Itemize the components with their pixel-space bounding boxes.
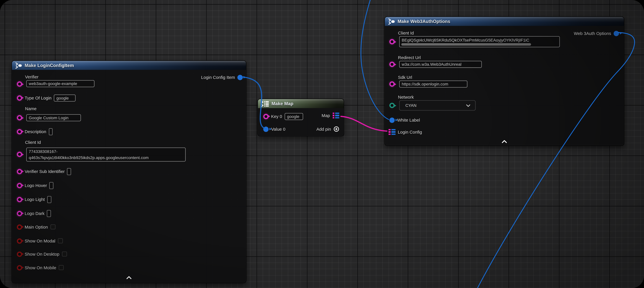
redirect-url-input[interactable]: w3a://com.w3a.Web3AuthUnreal (399, 61, 482, 68)
wire-map-to-login-config[interactable] (340, 116, 387, 131)
client-id-line2: q463s7kpvja16l4l0kko3nb925ikds2p.apps.go… (29, 155, 183, 161)
logo-hover-input[interactable] (50, 182, 54, 189)
pin-name[interactable] (17, 115, 22, 120)
show-on-modal-label: Show On Modal (25, 238, 56, 243)
show-on-mobile-row: Show On Mobile (17, 264, 64, 271)
pin-client-id[interactable] (390, 39, 395, 45)
redirect-url-label: Redirect Url (398, 55, 421, 60)
make-struct-icon (388, 18, 395, 25)
map-output-label: Map (322, 113, 330, 118)
output-row-web3auth-options: Web 3Auth Options (574, 30, 619, 37)
graph-canvas[interactable]: Make LoginConfigItem Verifier web3auth-g… (0, 0, 644, 288)
web3auth-options-output-label: Web 3Auth Options (574, 31, 611, 36)
pin-verifier-sub-identifier[interactable] (17, 169, 22, 174)
show-on-desktop-checkbox[interactable] (62, 251, 67, 256)
pin-logo-light[interactable] (17, 197, 22, 202)
show-on-modal-row: Show On Modal (17, 237, 63, 245)
pin-type-of-login[interactable] (17, 95, 22, 101)
add-pin-icon[interactable] (334, 126, 339, 132)
pin-key-0[interactable] (263, 114, 269, 119)
map-output-row: Map (322, 112, 339, 119)
login-config-row: Login Config (388, 128, 422, 136)
node-make-map[interactable]: Make Map Key 0 google Map Value 0 (258, 99, 344, 136)
client-id-label: Client Id (25, 140, 41, 145)
pin-logo-hover[interactable] (17, 183, 22, 188)
show-on-modal-checkbox[interactable] (58, 238, 63, 243)
client-id-line1: 774338308167- (29, 148, 183, 155)
pin-logo-dark[interactable] (17, 211, 22, 216)
logo-hover-row: Logo Hover (17, 182, 54, 189)
main-option-checkbox[interactable] (50, 224, 55, 229)
verifier-label: Verifier (25, 74, 38, 79)
make-map-icon (261, 101, 269, 107)
node-header-make-web3authoptions[interactable]: Make Web3AuthOptions (385, 17, 624, 26)
pin-network[interactable] (390, 103, 395, 108)
show-on-mobile-label: Show On Mobile (25, 265, 56, 270)
pin-value-0[interactable] (263, 126, 269, 132)
name-input[interactable]: Google Custom Login (26, 114, 81, 121)
pin-verifier[interactable] (17, 81, 22, 87)
collapse-button[interactable] (502, 140, 507, 143)
sdk-url-input[interactable]: https://sdk.openlogin.com (399, 81, 467, 88)
type-of-login-input[interactable]: google (54, 94, 76, 101)
logo-light-label: Logo Light (25, 197, 45, 202)
key-0-input[interactable]: google (284, 113, 303, 120)
sdk-url-label: Sdk Url (398, 75, 412, 80)
chevron-down-icon (466, 104, 470, 107)
client-id-input[interactable]: BEglQSgt4cUWcj6SKRdu5QkOXTsePmMcusG5EAoy… (399, 36, 560, 47)
pin-show-on-desktop[interactable] (17, 251, 22, 257)
logo-dark-row: Logo Dark (17, 210, 51, 217)
verifier-input[interactable]: web3auth-google-example (26, 80, 94, 87)
pin-client-id[interactable] (17, 152, 22, 157)
network-dropdown-value: CYAN (405, 103, 416, 108)
logo-light-row: Logo Light (17, 196, 51, 203)
show-on-mobile-checkbox[interactable] (59, 265, 64, 270)
node-title: Make Map (272, 101, 294, 106)
client-id-scrollbar[interactable] (401, 43, 531, 46)
pin-main-option[interactable] (17, 224, 22, 230)
verifier-sub-identifier-input[interactable] (67, 168, 71, 175)
node-title: Make LoginConfigItem (25, 63, 74, 68)
client-id-value: BEglQSgt4cUWcj6SKRdu5QkOXTsePmMcusG5EAoy… (402, 38, 529, 42)
collapse-button[interactable] (126, 276, 132, 279)
pin-show-on-modal[interactable] (17, 238, 22, 244)
main-option-label: Main Option (25, 224, 48, 229)
pin-show-on-mobile[interactable] (17, 265, 22, 270)
pin-login-config-item-output[interactable] (237, 75, 243, 80)
description-row: Description (17, 128, 52, 135)
pin-sdk-url[interactable] (390, 81, 395, 87)
network-label: Network (398, 95, 414, 100)
type-of-login-label: Type Of Login (25, 95, 52, 100)
login-config-label: Login Config (398, 130, 422, 134)
node-header-make-loginconfigitem[interactable]: Make LoginConfigItem (12, 61, 246, 70)
white-label-label: White Label (397, 118, 420, 123)
add-pin-row[interactable]: Add pin (316, 125, 339, 133)
login-config-item-output-label: Login Config Item (201, 75, 235, 80)
client-id-input[interactable]: 774338308167- q463s7kpvja16l4l0kko3nb925… (26, 148, 186, 161)
pin-redirect-url[interactable] (390, 62, 395, 67)
key0-row: Key 0 google (263, 113, 303, 120)
verifier-sub-identifier-row: Verifier Sub Identifier (17, 168, 71, 175)
description-label: Description (25, 129, 46, 134)
name-label: Name (25, 106, 36, 111)
node-make-loginconfigitem[interactable]: Make LoginConfigItem Verifier web3auth-g… (12, 61, 246, 283)
logo-light-input[interactable] (47, 196, 51, 203)
pin-white-label[interactable] (390, 117, 395, 123)
wire-glow (340, 116, 387, 131)
show-on-desktop-row: Show On Desktop (17, 250, 67, 258)
value0-row: Value 0 (263, 125, 285, 133)
output-row-login-config-item: Login Config Item (201, 74, 243, 81)
logo-hover-label: Logo Hover (25, 183, 47, 188)
pin-login-config[interactable] (388, 129, 395, 135)
pin-description[interactable] (17, 129, 22, 134)
logo-dark-input[interactable] (47, 210, 51, 217)
show-on-desktop-label: Show On Desktop (25, 251, 60, 256)
node-header-make-map[interactable]: Make Map (258, 99, 344, 108)
pin-map-output[interactable] (332, 112, 339, 119)
node-make-web3authoptions[interactable]: Make Web3AuthOptions Client Id BEglQSgt4… (384, 17, 624, 146)
pin-web3auth-options-output[interactable] (614, 31, 619, 36)
node-title: Make Web3AuthOptions (398, 19, 450, 24)
description-input[interactable] (49, 128, 52, 135)
blueprint-graph-screen: Make LoginConfigItem Verifier web3auth-g… (0, 0, 644, 288)
network-dropdown[interactable]: CYAN (399, 100, 476, 111)
